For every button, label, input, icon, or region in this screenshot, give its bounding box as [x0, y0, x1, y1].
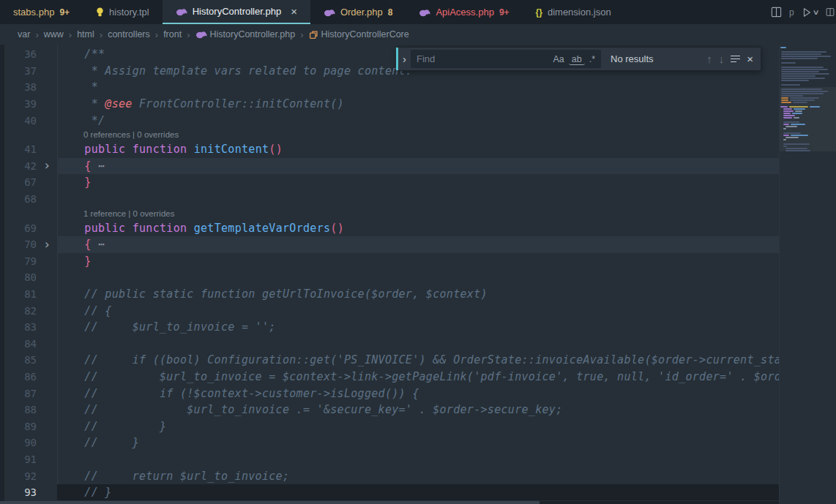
tab-dimension-json[interactable]: {}dimension.json [523, 0, 624, 24]
toggle-replace-button[interactable]: › [398, 53, 411, 65]
code-area[interactable]: 36 /**37 * Assign template vars related … [0, 45, 836, 504]
minimap[interactable] [779, 45, 836, 504]
breadcrumb-item-html[interactable]: html [77, 29, 94, 40]
breadcrumb-item-front[interactable]: front [163, 29, 182, 40]
gutter: 91 [0, 454, 57, 465]
next-match-button[interactable]: ↓ [719, 53, 725, 64]
previous-match-button[interactable]: ↑ [706, 53, 712, 64]
line-highlight [57, 435, 836, 451]
minimap-row [780, 137, 836, 138]
tab-apiacess-php[interactable]: ApiAcess.php9+ [406, 0, 522, 24]
breadcrumb-separator: › [69, 29, 72, 40]
code-line-70[interactable]: 70› { ⋯ [0, 236, 836, 253]
gutter: 80 [0, 271, 57, 283]
code-editor[interactable]: 36 /**37 * Assign template vars related … [0, 45, 836, 504]
run-or-debug-icon[interactable]: ∨ [802, 7, 818, 18]
close-find-button[interactable]: × [747, 53, 753, 64]
gutter: 92 [0, 470, 57, 482]
code-line-86[interactable]: 86 // $url_to_invoice = $context->link->… [0, 369, 836, 385]
regex-button[interactable]: .* [586, 53, 598, 65]
code-line-81[interactable]: 81 // public static function getUrlToInv… [0, 286, 836, 303]
whole-word-button[interactable]: ab [569, 53, 585, 65]
code-line-69[interactable]: 69 public function getTemplateVarOrders(… [0, 219, 836, 236]
breadcrumb-separator: › [300, 29, 303, 40]
minimap-row [780, 150, 836, 151]
json-icon: {} [536, 7, 542, 18]
line-highlight [57, 302, 836, 319]
line-number: 91 [0, 454, 37, 465]
minimap-row [780, 124, 836, 125]
code-line-89[interactable]: 89 // } [0, 418, 836, 435]
line-number: 39 [0, 98, 37, 110]
horizontal-scrollbar-thumb[interactable] [0, 501, 540, 504]
breadcrumb-label: var [18, 29, 30, 40]
code-line-40[interactable]: 40 */ [0, 112, 836, 129]
fold-chevron-icon[interactable]: › [37, 238, 57, 251]
tab-order-php[interactable]: Order.php8 [310, 0, 406, 24]
gutter: 82 [0, 305, 57, 317]
code-line-42[interactable]: 42› { ⋯ [0, 158, 836, 175]
code-line-92[interactable]: 92 // return $url_to_invoice; [0, 467, 836, 484]
code-line-38[interactable]: 38 * [0, 79, 836, 96]
code-line-85[interactable]: 85 // if ((bool) Configuration::get('PS_… [0, 352, 836, 369]
gutter: 87 [0, 388, 57, 399]
code-text: // public static function getUrlToInvoic… [57, 287, 488, 301]
breadcrumb-item-historycontrollercore[interactable]: HistoryControllerCore [309, 29, 409, 40]
breadcrumb-item-controllers[interactable]: controllers [108, 29, 150, 40]
code-text: public function getTemplateVarOrders() [57, 222, 344, 235]
minimap-row [780, 143, 836, 145]
gutter: 42› [0, 159, 57, 172]
code-line-91[interactable]: 91 [0, 451, 836, 468]
tab-stabs-php[interactable]: stabs.php9+ [0, 0, 83, 24]
php-icon [195, 30, 207, 39]
find-in-selection-button[interactable] [731, 56, 740, 63]
find-widget-sash[interactable] [396, 48, 398, 70]
minimap-row [780, 80, 836, 81]
code-line-87[interactable]: 87 // if (!$context->customer->isLogged(… [0, 385, 836, 402]
code-line-67[interactable]: 67 } [0, 174, 836, 191]
breadcrumb-item-historycontroller-php[interactable]: HistoryController.php [195, 29, 296, 40]
line-highlight [57, 336, 836, 353]
code-line-80[interactable]: 80 [0, 269, 836, 286]
line-number: 68 [0, 193, 37, 205]
minimap-row [780, 146, 836, 147]
codelens-link[interactable]: 0 references | 0 overrides [83, 130, 179, 139]
breadcrumb: var›www›html›controllers›front›HistoryCo… [0, 24, 836, 45]
code-line-82[interactable]: 82 // { [0, 302, 836, 319]
split-editor-partial-icon[interactable] [826, 7, 835, 18]
code-line-79[interactable]: 79 } [0, 253, 836, 270]
code-line-93[interactable]: 93 // } [0, 484, 836, 501]
php-indicator-icon[interactable]: p [789, 7, 794, 18]
code-text: // } [57, 436, 139, 449]
line-number: 41 [0, 143, 37, 155]
codelens-link[interactable]: 1 reference | 0 overrides [83, 209, 174, 218]
close-tab-icon[interactable]: × [291, 6, 297, 17]
find-input[interactable] [417, 53, 548, 64]
line-number: 79 [0, 255, 37, 267]
code-line-88[interactable]: 88 // $url_to_invoice .= '&secure_key=' … [0, 402, 836, 418]
code-line-68[interactable]: 68 [0, 191, 836, 208]
fold-chevron-icon[interactable]: › [37, 159, 57, 172]
match-case-button[interactable]: Aa [550, 53, 567, 65]
tab-history-tpl[interactable]: history.tpl [83, 0, 163, 24]
breadcrumb-item-www[interactable]: www [44, 29, 64, 40]
breadcrumb-item-var[interactable]: var [18, 29, 30, 40]
tab-label: dimension.json [548, 7, 611, 18]
tab-label: Order.php [340, 7, 383, 18]
tab-list: stabs.php9+history.tplHistoryController.… [0, 0, 764, 24]
tab-historycontroller-php[interactable]: HistoryController.php× [163, 0, 310, 24]
horizontal-scrollbar[interactable] [0, 501, 779, 504]
gutter: 85 [0, 354, 57, 366]
tab-label: stabs.php [13, 7, 54, 18]
code-text: } [57, 255, 92, 268]
code-line-41[interactable]: 41 public function initContent() [0, 141, 836, 158]
code-line-84[interactable]: 84 [0, 336, 836, 353]
split-editor-icon[interactable] [771, 7, 782, 18]
code-line-90[interactable]: 90 // } [0, 435, 836, 451]
code-line-39[interactable]: 39 * @see FrontController::initContent() [0, 96, 836, 113]
minimap-row [780, 148, 836, 149]
find-input-container: Aa ab .* [411, 50, 601, 68]
code-line-83[interactable]: 83 // $url_to_invoice = ''; [0, 319, 836, 336]
line-number: 83 [0, 321, 37, 333]
minimap-row [780, 95, 836, 97]
